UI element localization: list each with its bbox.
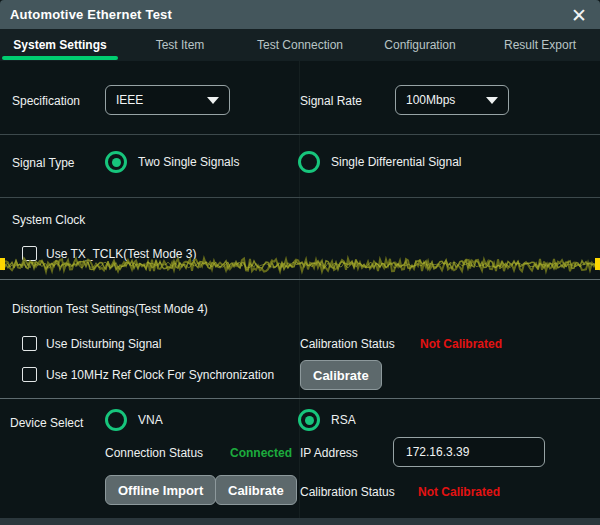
section-divider — [0, 197, 600, 198]
tab-label: Test Connection — [257, 38, 343, 52]
tab-configuration[interactable]: Configuration — [360, 29, 480, 61]
automotive-ethernet-test-dialog: Automotive Ethernet Test ✕ System Settin… — [0, 0, 600, 525]
ref-clock-checkbox[interactable]: Use 10MHz Ref Clock For Synchronization — [22, 367, 274, 382]
radio-icon — [298, 409, 320, 431]
tab-test-connection[interactable]: Test Connection — [240, 29, 360, 61]
radio-vna[interactable]: VNA — [105, 409, 163, 431]
checkbox-label: Use 10MHz Ref Clock For Synchronization — [46, 368, 274, 382]
specification-label: Specification — [12, 94, 80, 108]
signal-rate-value: 100Mbps — [406, 93, 455, 107]
specification-value: IEEE — [116, 93, 143, 107]
tx-tclk-checkbox[interactable]: Use TX_TCLK(Test Mode 3) — [22, 246, 197, 261]
device-select-label: Device Select — [10, 416, 83, 430]
radio-label: RSA — [331, 413, 356, 427]
tabbar: System Settings Test Item Test Connectio… — [0, 29, 600, 61]
radio-label: Single Differential Signal — [331, 155, 462, 169]
checkbox-label: Use Disturbing Signal — [46, 337, 161, 351]
close-icon: ✕ — [571, 4, 587, 27]
radio-single-differential-signal[interactable]: Single Differential Signal — [298, 151, 462, 173]
calibration-status-label: Calibration Status — [300, 337, 395, 351]
signal-rate-label: Signal Rate — [300, 94, 362, 108]
ip-address-input[interactable] — [393, 437, 545, 467]
connection-status-value: Connected — [230, 446, 292, 460]
tab-label: Result Export — [504, 38, 576, 52]
distortion-title: Distortion Test Settings(Test Mode 4) — [12, 302, 208, 316]
active-tab-underline — [2, 56, 118, 60]
radio-icon — [298, 151, 320, 173]
calibrate-button-rsa[interactable]: Calibrate — [215, 475, 297, 505]
calibration-status-value: Not Calibrated — [420, 337, 502, 351]
calibration-status-value-rsa: Not Calibrated — [418, 485, 500, 499]
tab-label: Configuration — [384, 38, 455, 52]
waveform-left-marker — [0, 258, 5, 270]
system-clock-title: System Clock — [12, 213, 85, 227]
checkbox-icon — [22, 367, 37, 382]
calibration-status-label-rsa: Calibration Status — [300, 485, 395, 499]
specification-dropdown[interactable]: IEEE — [105, 85, 230, 115]
tab-result-export[interactable]: Result Export — [480, 29, 600, 61]
tab-label: Test Item — [156, 38, 205, 52]
radio-label: Two Single Signals — [138, 155, 239, 169]
checkbox-icon — [22, 336, 37, 351]
tab-test-item[interactable]: Test Item — [120, 29, 240, 61]
ip-address-label: IP Address — [300, 446, 358, 460]
radio-rsa[interactable]: RSA — [298, 409, 356, 431]
close-button[interactable]: ✕ — [566, 3, 592, 27]
disturbing-signal-checkbox[interactable]: Use Disturbing Signal — [22, 336, 161, 351]
section-divider — [0, 134, 600, 135]
signal-rate-dropdown[interactable]: 100Mbps — [395, 85, 509, 115]
tab-system-settings[interactable]: System Settings — [0, 29, 120, 61]
underlying-screen-edge — [0, 518, 600, 525]
titlebar: Automotive Ethernet Test ✕ — [0, 0, 600, 29]
chevron-down-icon — [486, 97, 498, 104]
radio-two-single-signals[interactable]: Two Single Signals — [105, 151, 239, 173]
calibrate-button[interactable]: Calibrate — [300, 360, 382, 390]
offline-import-button[interactable]: Offline Import — [105, 475, 216, 505]
tab-label: System Settings — [13, 38, 106, 52]
section-divider — [0, 398, 600, 399]
radio-icon — [105, 151, 127, 173]
connection-status-label: Connection Status — [105, 446, 203, 460]
window-title: Automotive Ethernet Test — [10, 7, 172, 22]
chevron-down-icon — [207, 97, 219, 104]
signal-type-label: Signal Type — [12, 156, 75, 170]
waveform-right-marker — [595, 258, 600, 270]
radio-label: VNA — [138, 413, 163, 427]
section-divider — [0, 279, 600, 280]
checkbox-icon — [22, 246, 37, 261]
checkbox-label: Use TX_TCLK(Test Mode 3) — [46, 247, 197, 261]
radio-icon — [105, 409, 127, 431]
